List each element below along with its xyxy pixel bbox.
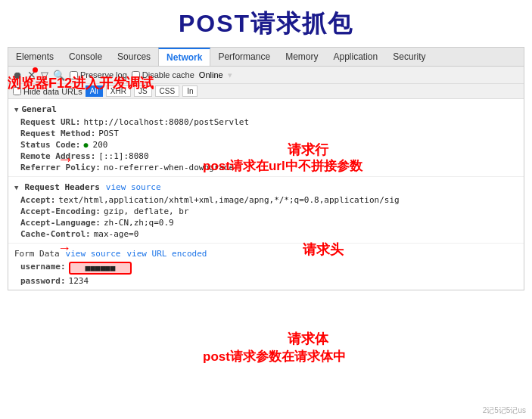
referrer-policy-row: Referrer Policy: no-referrer-when-downgr…: [14, 162, 518, 173]
general-header[interactable]: General: [14, 102, 518, 116]
password-row: password: 1234: [14, 275, 518, 287]
request-method-row: Request Method: POST: [14, 128, 518, 139]
request-url-label: Request URL:: [20, 117, 80, 127]
request-method-label: Request Method:: [20, 129, 95, 138]
search-icon[interactable]: 🔍: [53, 70, 65, 81]
accept-encoding-value: gzip, deflate, br: [104, 206, 189, 216]
accept-encoding-label: Accept-Encoding:: [20, 206, 101, 216]
tab-application[interactable]: Application: [325, 48, 385, 65]
hide-data-urls-checkbox[interactable]: Hide data URLs: [13, 87, 82, 96]
username-label: username:: [20, 262, 66, 275]
filter-icon[interactable]: ▽: [41, 70, 48, 81]
arrow-general: →: [58, 150, 74, 169]
tab-security[interactable]: Security: [385, 48, 433, 65]
toolbar-separator: ▾: [228, 70, 232, 80]
form-data-title: Form Data: [14, 249, 60, 259]
cache-control-value: max-age=0: [94, 229, 139, 239]
form-data-view-url-encoded[interactable]: view URL encoded: [126, 249, 207, 259]
referrer-policy-value: no-referrer-when-downgrade: [104, 163, 234, 172]
request-method-value: POST: [98, 129, 119, 138]
tab-sources[interactable]: Sources: [110, 48, 158, 65]
form-data-view-source[interactable]: view source: [66, 249, 121, 259]
tabs-bar: Elements Console Sources Network Perform…: [8, 48, 524, 67]
toolbar-row1: ⏺ ✕ ▽ 🔍 Preserve log Disable cache Onlin…: [8, 67, 524, 84]
filter-js-btn[interactable]: JS: [134, 85, 152, 97]
accept-encoding-row: Accept-Encoding: gzip, deflate, br: [14, 206, 518, 217]
accept-value: text/html,application/xhtml+xml,image/ap…: [58, 195, 399, 205]
tab-elements[interactable]: Elements: [8, 48, 61, 65]
devtools-panel: Elements Console Sources Network Perform…: [8, 47, 524, 290]
username-row: username: ■■■■■■: [14, 261, 518, 275]
record-icon[interactable]: ⏺: [13, 70, 23, 81]
status-code-row: Status Code: 200: [14, 139, 518, 151]
password-label: password:: [20, 276, 66, 286]
clear-icon[interactable]: ✕: [27, 69, 36, 81]
annotation-body-params: post请求参数在请求体中: [203, 348, 346, 365]
tab-console[interactable]: Console: [61, 48, 110, 65]
disable-cache-checkbox[interactable]: Disable cache: [132, 70, 194, 79]
password-value: 1234: [69, 276, 89, 286]
filter-css-btn[interactable]: CSS: [155, 85, 180, 97]
remote-address-value: [::1]:8080: [98, 151, 148, 161]
username-value: ■■■■■■: [69, 262, 132, 275]
general-section: General Request URL: http://localhost:80…: [8, 99, 524, 176]
request-url-row: Request URL: http://localhost:8080/postS…: [14, 116, 518, 128]
form-data-section: Form Data view source view URL encoded u…: [8, 243, 524, 290]
cache-control-label: Cache-Control:: [20, 229, 91, 239]
view-source-link[interactable]: view source: [106, 182, 161, 192]
filter-row: Hide data URLs All XHR JS CSS In: [8, 84, 524, 99]
page-title: POST请求抓包: [0, 0, 532, 47]
remote-address-row: Remote Address: [::1]:8080: [14, 151, 518, 162]
request-headers-section: Request Headers view source Accept: text…: [8, 176, 524, 243]
form-data-header: Form Data view source view URL encoded: [14, 247, 518, 261]
arrow-req-headers: →: [58, 241, 71, 256]
status-code-value: 200: [83, 140, 107, 150]
tab-performance[interactable]: Performance: [210, 48, 278, 65]
filter-in-btn[interactable]: In: [182, 85, 198, 97]
tab-network[interactable]: Network: [158, 48, 210, 66]
filter-all-btn[interactable]: All: [86, 85, 103, 97]
accept-row: Accept: text/html,application/xhtml+xml,…: [14, 194, 518, 206]
annotation-request-body: 请求体: [288, 330, 328, 348]
tab-memory[interactable]: Memory: [278, 48, 325, 65]
filter-xhr-btn[interactable]: XHR: [106, 85, 131, 97]
request-url-value: http://localhost:8080/postServlet: [83, 117, 249, 127]
watermark: 2记5记5记us: [483, 405, 526, 416]
status-code-label: Status Code:: [20, 140, 80, 150]
accept-language-label: Accept-Language:: [20, 218, 101, 228]
accept-language-row: Accept-Language: zh-CN,zh;q=0.9: [14, 217, 518, 228]
preserve-log-checkbox[interactable]: Preserve log: [70, 70, 127, 79]
cache-control-row: Cache-Control: max-age=0: [14, 228, 518, 240]
online-label: Online: [199, 70, 223, 79]
accept-label: Accept:: [20, 195, 55, 205]
request-headers-header[interactable]: Request Headers view source: [14, 180, 518, 194]
accept-language-value: zh-CN,zh;q=0.9: [104, 218, 174, 228]
